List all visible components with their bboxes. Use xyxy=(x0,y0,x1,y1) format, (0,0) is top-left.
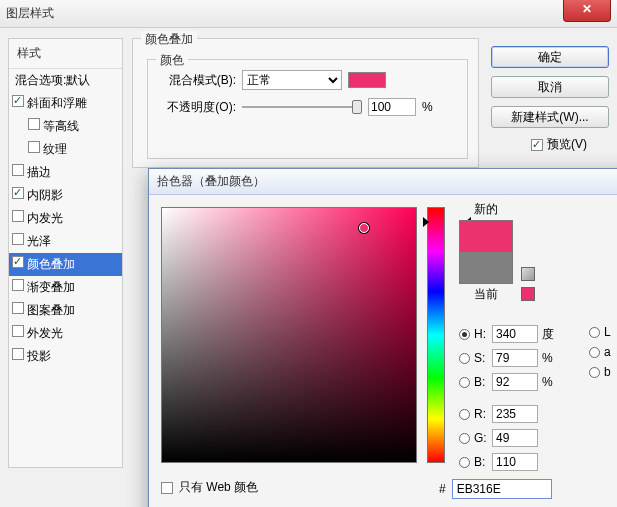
styles-list: 混合选项:默认斜面和浮雕等高线纹理描边内阴影内发光光泽颜色叠加渐变叠加图案叠加外… xyxy=(9,69,122,368)
opacity-label: 不透明度(O): xyxy=(158,99,236,116)
new-style-button[interactable]: 新建样式(W)... xyxy=(491,106,609,128)
hex-row: # xyxy=(439,479,552,499)
style-checkbox[interactable] xyxy=(12,348,24,360)
style-item-8[interactable]: 颜色叠加 xyxy=(9,253,122,276)
s-unit: % xyxy=(542,351,558,365)
style-item-5[interactable]: 内阴影 xyxy=(9,184,122,207)
g-label: G: xyxy=(474,431,488,445)
b-hsb-input[interactable] xyxy=(492,373,538,391)
s-row: S: % xyxy=(459,349,558,367)
style-checkbox[interactable] xyxy=(28,141,40,153)
style-checkbox[interactable] xyxy=(12,256,24,268)
hue-slider[interactable] xyxy=(427,207,445,463)
style-item-10[interactable]: 图案叠加 xyxy=(9,299,122,322)
style-checkbox[interactable] xyxy=(12,95,24,107)
style-item-label: 外发光 xyxy=(27,326,63,340)
s-input[interactable] xyxy=(492,349,538,367)
preview-checkbox[interactable] xyxy=(531,139,543,151)
lab-column: L a b xyxy=(589,325,614,385)
ok-button[interactable]: 确定 xyxy=(491,46,609,68)
s-label: S: xyxy=(474,351,488,365)
lab-l-radio[interactable] xyxy=(589,327,600,338)
style-item-4[interactable]: 描边 xyxy=(9,161,122,184)
b-rgb-radio[interactable] xyxy=(459,457,470,468)
s-radio[interactable] xyxy=(459,353,470,364)
web-only-checkbox[interactable] xyxy=(161,482,173,494)
opacity-input[interactable] xyxy=(368,98,416,116)
style-item-7[interactable]: 光泽 xyxy=(9,230,122,253)
cube-icon[interactable] xyxy=(521,267,535,281)
style-checkbox[interactable] xyxy=(28,118,40,130)
b-rgb-input[interactable] xyxy=(492,453,538,471)
color-picker-dialog: 拾色器（叠加颜色） 新的 当前 H: xyxy=(148,168,617,507)
hex-input[interactable] xyxy=(452,479,552,499)
style-checkbox[interactable] xyxy=(12,210,24,222)
hex-prefix: # xyxy=(439,482,446,496)
picker-titlebar[interactable]: 拾色器（叠加颜色） xyxy=(149,169,617,195)
style-item-label: 投影 xyxy=(27,349,51,363)
style-item-3[interactable]: 纹理 xyxy=(9,138,122,161)
style-item-6[interactable]: 内发光 xyxy=(9,207,122,230)
preview-checkbox-row[interactable]: 预览(V) xyxy=(531,136,587,153)
new-current-colors: 新的 当前 xyxy=(459,201,513,303)
g-radio[interactable] xyxy=(459,433,470,444)
sv-cursor[interactable] xyxy=(359,223,369,233)
lab-l-row: L xyxy=(589,325,614,339)
style-item-label: 光泽 xyxy=(27,234,51,248)
style-item-2[interactable]: 等高线 xyxy=(9,115,122,138)
lab-l-label: L xyxy=(604,325,614,339)
h-unit: 度 xyxy=(542,326,558,343)
h-radio[interactable] xyxy=(459,329,470,340)
style-item-label: 颜色叠加 xyxy=(27,257,75,271)
close-button[interactable]: ✕ xyxy=(563,0,611,22)
style-item-label: 等高线 xyxy=(43,119,79,133)
g-input[interactable] xyxy=(492,429,538,447)
slider-track xyxy=(242,106,362,108)
blend-mode-select[interactable]: 正常 xyxy=(242,70,342,90)
overlay-color-swatch[interactable] xyxy=(348,72,386,88)
lab-b-radio[interactable] xyxy=(589,367,600,378)
b-hsb-radio[interactable] xyxy=(459,377,470,388)
window-title: 图层样式 xyxy=(6,5,54,22)
current-color-swatch[interactable] xyxy=(460,252,512,283)
opacity-slider[interactable] xyxy=(242,100,362,114)
lab-a-radio[interactable] xyxy=(589,347,600,358)
h-input[interactable] xyxy=(492,325,538,343)
nearest-web-swatch[interactable] xyxy=(521,287,535,301)
style-item-12[interactable]: 投影 xyxy=(9,345,122,368)
style-item-11[interactable]: 外发光 xyxy=(9,322,122,345)
client-area: 样式 混合选项:默认斜面和浮雕等高线纹理描边内阴影内发光光泽颜色叠加渐变叠加图案… xyxy=(0,28,617,507)
style-checkbox[interactable] xyxy=(12,302,24,314)
style-item-9[interactable]: 渐变叠加 xyxy=(9,276,122,299)
r-input[interactable] xyxy=(492,405,538,423)
style-checkbox[interactable] xyxy=(12,325,24,337)
new-color-swatch[interactable] xyxy=(460,221,512,252)
b-hsb-unit: % xyxy=(542,375,558,389)
lab-a-label: a xyxy=(604,345,614,359)
slider-thumb[interactable] xyxy=(352,100,362,114)
style-item-label: 内发光 xyxy=(27,211,63,225)
style-checkbox[interactable] xyxy=(12,164,24,176)
web-only-row[interactable]: 只有 Web 颜色 xyxy=(161,479,258,496)
hsb-rgb-column: H: 度 S: % B: % xyxy=(459,325,558,477)
style-checkbox[interactable] xyxy=(12,279,24,291)
blend-mode-row: 混合模式(B): 正常 xyxy=(158,70,457,90)
lab-a-row: a xyxy=(589,345,614,359)
r-row: R: xyxy=(459,405,558,423)
h-label: H: xyxy=(474,327,488,341)
style-item-0[interactable]: 混合选项:默认 xyxy=(9,69,122,92)
style-item-label: 描边 xyxy=(27,165,51,179)
style-checkbox[interactable] xyxy=(12,187,24,199)
r-radio[interactable] xyxy=(459,409,470,420)
style-item-1[interactable]: 斜面和浮雕 xyxy=(9,92,122,115)
blend-mode-label: 混合模式(B): xyxy=(158,72,236,89)
style-checkbox[interactable] xyxy=(12,233,24,245)
b-rgb-label: B: xyxy=(474,455,488,469)
h-row: H: 度 xyxy=(459,325,558,343)
cancel-button[interactable]: 取消 xyxy=(491,76,609,98)
color-overlay-group-title: 颜色叠加 xyxy=(141,31,197,48)
current-color-label: 当前 xyxy=(459,286,513,303)
lab-b-row: b xyxy=(589,365,614,379)
saturation-value-box[interactable] xyxy=(161,207,417,463)
picker-title: 拾色器（叠加颜色） xyxy=(157,173,265,190)
